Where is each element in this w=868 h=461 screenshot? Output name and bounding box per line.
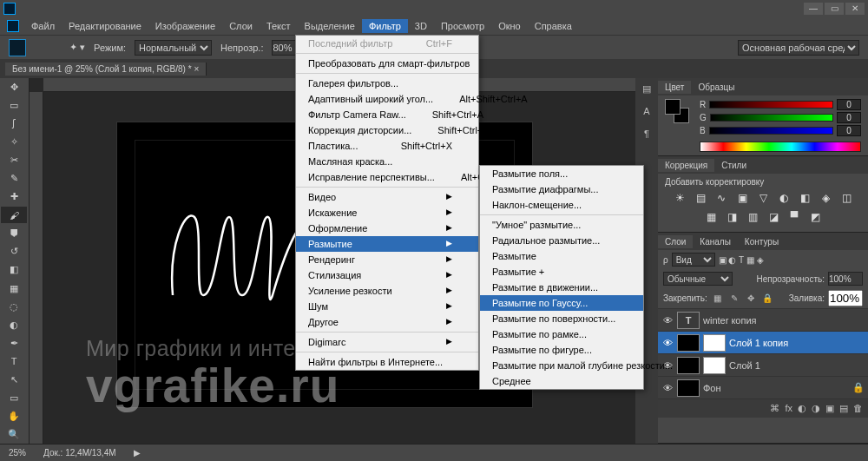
pen-tool[interactable]: ✒ xyxy=(1,335,27,352)
menu-distort[interactable]: Искажение▶ xyxy=(296,205,478,221)
exposure-icon[interactable]: ▣ xyxy=(734,192,750,206)
lock-all-icon[interactable]: 🔒 xyxy=(760,293,774,303)
blur-gaussian[interactable]: Размытие по Гауссу... xyxy=(480,295,643,311)
layer-opacity-input[interactable] xyxy=(828,272,863,286)
menu-layer[interactable]: Слои xyxy=(222,19,260,33)
menu-oil-paint[interactable]: Масляная краска... xyxy=(296,154,478,169)
green-slider[interactable] xyxy=(710,114,833,122)
adjustment-layer-icon[interactable]: ◑ xyxy=(812,403,820,414)
layer-fill-input[interactable] xyxy=(828,290,863,306)
layer-row[interactable]: 👁 Фон 🔒 xyxy=(658,377,868,399)
eyedropper-tool[interactable]: ✎ xyxy=(1,170,27,187)
red-value[interactable]: 0 xyxy=(837,99,861,110)
curves-icon[interactable]: ∿ xyxy=(713,192,729,206)
blur-more[interactable]: Размытие + xyxy=(480,264,643,280)
photo-filter-icon[interactable]: ◈ xyxy=(818,192,833,206)
visibility-icon[interactable]: 👁 xyxy=(661,315,674,326)
history-brush-tool[interactable]: ↺ xyxy=(1,243,27,260)
invert-icon[interactable]: ◨ xyxy=(724,211,740,225)
menu-filter[interactable]: Фильтр xyxy=(362,19,408,33)
marquee-tool[interactable]: ▭ xyxy=(1,97,27,114)
menu-last-filter[interactable]: Последний фильтрCtrl+F xyxy=(296,36,478,51)
maximize-button[interactable]: ▭ xyxy=(825,3,844,15)
link-layers-icon[interactable]: ⌘ xyxy=(770,403,779,414)
vibrance-icon[interactable]: ▽ xyxy=(755,192,771,206)
blur-tilt[interactable]: Наклон-смещение... xyxy=(480,197,643,213)
layers-tab[interactable]: Слои xyxy=(658,235,693,248)
channels-tab[interactable]: Каналы xyxy=(693,235,738,248)
layer-fx-icon[interactable]: fx xyxy=(785,403,792,414)
paths-tab[interactable]: Контуры xyxy=(738,235,786,248)
menu-camera-raw[interactable]: Фильтр Camera Raw...Shift+Ctrl+A xyxy=(296,107,478,122)
menu-noise[interactable]: Шум▶ xyxy=(296,299,478,314)
stamp-tool[interactable]: ⛊ xyxy=(1,225,27,241)
type-tool[interactable]: T xyxy=(1,353,27,370)
lock-move-icon[interactable]: ✥ xyxy=(744,293,758,303)
blur-smart[interactable]: "Умное" размытие... xyxy=(480,217,643,233)
brightness-icon[interactable]: ☀ xyxy=(672,192,687,206)
move-tool[interactable]: ✥ xyxy=(1,79,27,95)
adjustments-tab[interactable]: Коррекция xyxy=(658,159,714,172)
color-tab[interactable]: Цвет xyxy=(658,81,691,94)
menu-video[interactable]: Видео▶ xyxy=(296,189,478,205)
blur-lens[interactable]: Размытие при малой глубине резкости... xyxy=(480,358,643,373)
menu-lens-correction[interactable]: Коррекция дисторсии...Shift+Ctrl+R xyxy=(296,122,478,138)
tool-preset-icon[interactable] xyxy=(9,39,26,56)
hue-icon[interactable]: ◐ xyxy=(776,192,792,206)
menu-wide-angle[interactable]: Адаптивный широкий угол...Alt+Shift+Ctrl… xyxy=(296,91,478,107)
menu-render[interactable]: Рендеринг▶ xyxy=(296,252,478,267)
menu-file[interactable]: Файл xyxy=(24,19,62,33)
menu-select[interactable]: Выделение xyxy=(298,19,362,33)
posterize-icon[interactable]: ▥ xyxy=(745,211,760,225)
menu-type[interactable]: Текст xyxy=(260,19,298,33)
menu-image[interactable]: Изображение xyxy=(148,19,222,33)
char-panel-icon[interactable]: A xyxy=(639,106,654,122)
menu-filter-gallery[interactable]: Галерея фильтров... xyxy=(296,76,478,91)
gradient-tool[interactable]: ▦ xyxy=(1,280,27,297)
menu-stylize[interactable]: Стилизация▶ xyxy=(296,267,478,283)
mixer-icon[interactable]: ◫ xyxy=(838,192,854,206)
layer-row[interactable]: 👁 T winter копия xyxy=(658,309,868,332)
layer-blend-select[interactable]: Обычные xyxy=(663,272,733,286)
paragraph-panel-icon[interactable]: ¶ xyxy=(639,128,654,144)
zoom-tool[interactable]: 🔍 xyxy=(1,426,27,443)
menu-sharpen[interactable]: Усиление резкости▶ xyxy=(296,283,478,299)
gradient-map-icon[interactable]: ▀ xyxy=(786,211,802,225)
visibility-icon[interactable]: 👁 xyxy=(661,383,674,393)
zoom-level[interactable]: 25% xyxy=(9,448,26,458)
close-tab-icon[interactable]: × xyxy=(194,64,199,74)
crop-tool[interactable]: ✂ xyxy=(1,152,27,168)
path-tool[interactable]: ↖ xyxy=(1,372,27,388)
document-tab[interactable]: Без имени-1 @ 25% (Слой 1 копия, RGB/8) … xyxy=(5,63,207,76)
blur-iris[interactable]: Размытие диафрагмы... xyxy=(480,181,643,197)
wand-tool[interactable]: ✧ xyxy=(1,134,27,150)
history-panel-icon[interactable]: ▤ xyxy=(639,83,654,99)
visibility-icon[interactable]: 👁 xyxy=(661,338,674,348)
filter-menu-dropdown[interactable]: Последний фильтрCtrl+F Преобразовать для… xyxy=(295,35,479,371)
blur-box[interactable]: Размытие по рамке... xyxy=(480,326,643,342)
layer-filter-select[interactable]: Вид xyxy=(672,253,715,267)
delete-layer-icon[interactable]: 🗑 xyxy=(853,403,863,414)
layer-row[interactable]: 👁 Слой 1 xyxy=(658,354,868,377)
lock-paint-icon[interactable]: ✎ xyxy=(727,293,741,303)
menu-window[interactable]: Окно xyxy=(491,19,528,33)
blur-submenu[interactable]: Размытие поля... Размытие диафрагмы... Н… xyxy=(479,165,644,390)
menu-help[interactable]: Справка xyxy=(528,19,579,33)
blur-surface[interactable]: Размытие по поверхности... xyxy=(480,311,643,326)
brush-tool[interactable]: 🖌 xyxy=(1,207,27,223)
menu-vanishing-point[interactable]: Исправление перспективы...Alt+Ctrl+V xyxy=(296,169,478,185)
close-button[interactable]: ✕ xyxy=(845,3,865,15)
hand-tool[interactable]: ✋ xyxy=(1,408,27,425)
lasso-tool[interactable]: ʃ xyxy=(1,115,27,132)
minimize-button[interactable]: — xyxy=(804,3,823,15)
levels-icon[interactable]: ▤ xyxy=(693,192,708,206)
menu-3d[interactable]: 3D xyxy=(408,19,434,33)
blur-tool[interactable]: ◌ xyxy=(1,299,27,315)
bw-icon[interactable]: ◧ xyxy=(797,192,812,206)
blur-basic[interactable]: Размытие xyxy=(480,248,643,264)
heal-tool[interactable]: ✚ xyxy=(1,188,27,205)
group-icon[interactable]: ▣ xyxy=(825,403,834,414)
blur-field[interactable]: Размытие поля... xyxy=(480,166,643,181)
shape-tool[interactable]: ▭ xyxy=(1,390,27,406)
blue-slider[interactable] xyxy=(709,127,833,135)
